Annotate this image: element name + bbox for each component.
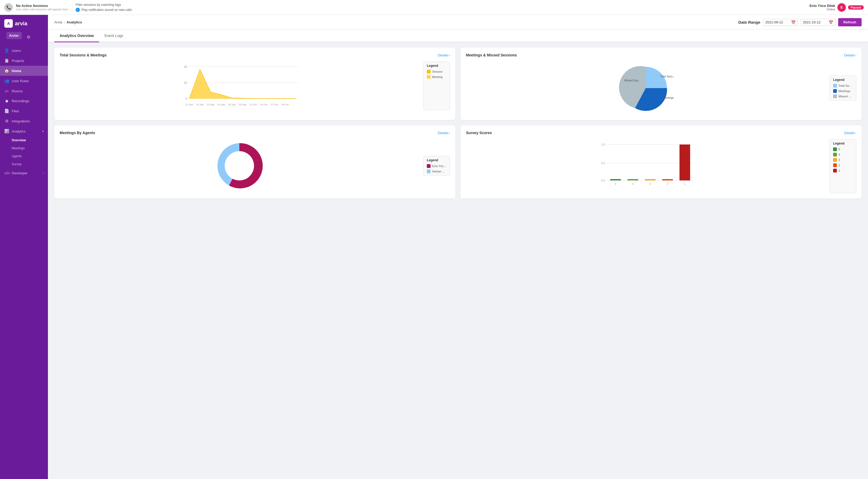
sessions-chart-header: Total Sessions & Meetings Details ›	[60, 53, 450, 57]
meeting-legend-label: Meeting	[432, 75, 442, 78]
workspace-selector[interactable]: Arvia ▾	[6, 32, 22, 39]
header-bar: Arvia › Analytics Date Range 📅 📅 Refresh	[48, 15, 868, 30]
total-color-swatch	[833, 84, 837, 88]
breadcrumb-root[interactable]: Arvia	[54, 20, 62, 24]
sidebar-item-projects[interactable]: 📋 Projects	[0, 56, 48, 66]
charts-row-2: Meetings By Agents Details ›	[54, 125, 862, 198]
missed-color-swatch	[833, 94, 837, 98]
top-bar-right: Enis Yüce Dilek Online E Paused	[809, 3, 864, 12]
sidebar-item-rooms-label: Rooms	[12, 89, 23, 93]
score3-color-swatch	[833, 158, 837, 162]
main-content: Arvia › Analytics Date Range 📅 📅 Refresh…	[48, 15, 868, 479]
sidebar: A arvia Arvia ▾ ⚙ 👤 Users 📋 Projects 🏠 H…	[0, 15, 48, 479]
session-color-swatch	[427, 70, 431, 73]
sidebar-item-recordings-label: Recordings	[12, 99, 29, 103]
agents-chart-area: Legend Enis Yüc... Serkan ...	[60, 139, 450, 192]
survey-chart-title: Survey Scores	[466, 131, 492, 135]
survey-legend-3: 3	[833, 158, 853, 162]
workspace-row: Arvia ▾ ⚙	[0, 32, 48, 45]
sessions-chart-card: Total Sessions & Meetings Details ›	[54, 47, 455, 120]
notification-item: ✓ Play notification sound on new calls	[75, 8, 132, 12]
svg-text:40: 40	[184, 65, 187, 68]
analytics-icon: 📊	[4, 129, 9, 134]
svg-text:0.0: 0.0	[601, 179, 605, 182]
settings-icon[interactable]: ⚙	[27, 35, 30, 40]
survey-legend-5: 5	[833, 148, 853, 151]
top-bar-left: 📞 No Active Sessions Live video call ses…	[4, 3, 132, 12]
svg-text:Meetings: Meetings	[663, 96, 674, 99]
tab-event-logs[interactable]: Event Logs	[99, 30, 128, 42]
survey-legend-2: 2	[833, 163, 853, 167]
svg-text:24 Sep: 24 Sep	[218, 103, 225, 106]
sidebar-logo: A arvia	[0, 15, 48, 32]
meeting-color-swatch	[427, 75, 431, 79]
tabs-bar: Analytics Overview Event Logs	[48, 30, 868, 42]
sidebar-item-developer[interactable]: </> Developer ›	[0, 168, 48, 178]
logo-text: arvia	[15, 21, 27, 27]
sidebar-item-user-roles[interactable]: 👥 User Roles	[0, 76, 48, 86]
workspace-name: Arvia	[9, 34, 18, 37]
developer-expand-icon: ›	[43, 172, 44, 174]
refresh-button[interactable]: Refresh	[838, 18, 862, 26]
svg-text:4: 4	[632, 183, 634, 186]
tab-analytics-overview[interactable]: Analytics Overview	[54, 30, 99, 42]
sidebar-item-users-label: Users	[12, 49, 21, 53]
score3-legend-label: 3	[838, 158, 840, 162]
survey-chart-area: 1.0 0.5 0.0	[466, 139, 856, 193]
sidebar-item-home[interactable]: 🏠 Home	[0, 66, 48, 76]
sessions-details-link[interactable]: Details ›	[438, 53, 450, 57]
sidebar-item-rooms[interactable]: ▭ Rooms	[0, 86, 48, 96]
calendar-from-icon[interactable]: 📅	[791, 20, 796, 25]
survey-legend-title: Legend	[833, 141, 853, 145]
date-to-input[interactable]	[803, 20, 827, 24]
svg-marker-7	[189, 76, 296, 99]
agents-chart-title: Meetings By Agents	[60, 131, 95, 135]
date-from-input[interactable]	[766, 20, 789, 24]
filter-tags-label: Filter sessions by matching tags	[75, 3, 121, 7]
integrations-icon: ⚙	[4, 119, 9, 124]
agents-legend-title: Legend	[427, 158, 446, 162]
sidebar-item-files[interactable]: 📄 Files	[0, 106, 48, 116]
score5-legend-label: 5	[838, 148, 840, 151]
recordings-icon: ⏺	[4, 99, 9, 103]
score2-color-swatch	[833, 163, 837, 167]
sidebar-item-recordings[interactable]: ⏺ Recordings	[0, 96, 48, 106]
survey-chart-header: Survey Scores Details ›	[466, 131, 856, 135]
sidebar-sub-meetings[interactable]: Meetings	[0, 144, 48, 152]
sessions-details-arrow-icon: ›	[449, 53, 450, 57]
sessions-legend-session: Session	[427, 70, 446, 73]
user-name: Enis Yüce Dilek	[809, 4, 835, 8]
sidebar-item-integrations-label: Integrations	[12, 119, 30, 123]
score5-color-swatch	[833, 148, 837, 151]
sidebar-item-integrations[interactable]: ⚙ Integrations	[0, 116, 48, 126]
enis-legend-label: Enis Yüc...	[432, 164, 446, 168]
user-avatar: E	[837, 3, 846, 12]
sidebar-item-analytics[interactable]: 📊 Analytics ▾	[0, 126, 48, 136]
svg-text:29 Sep: 29 Sep	[239, 103, 247, 106]
meetings-color-swatch	[833, 89, 837, 93]
sidebar-item-analytics-label: Analytics	[12, 129, 26, 133]
sidebar-sub-agents[interactable]: Agents	[0, 152, 48, 160]
missed-details-link[interactable]: Details ›	[844, 53, 856, 57]
svg-text:03 Oct: 03 Oct	[260, 103, 268, 106]
calendar-to-icon[interactable]: 📅	[829, 20, 833, 25]
sidebar-item-developer-label: Developer	[12, 171, 27, 175]
score4-color-swatch	[833, 153, 837, 157]
svg-text:07 Oct: 07 Oct	[271, 103, 278, 106]
sidebar-sub-survey[interactable]: Survey	[0, 160, 48, 168]
notification-check[interactable]: ✓	[75, 8, 80, 12]
sidebar-sub-overview[interactable]: Overview	[0, 136, 48, 144]
meetings-legend-label: Meetings	[838, 89, 850, 93]
paused-badge[interactable]: Paused	[848, 5, 864, 9]
survey-details-link[interactable]: Details ›	[844, 131, 856, 135]
phone-icon: 📞	[4, 3, 13, 12]
filter-section: Filter sessions by matching tags ✓ Play …	[75, 3, 132, 12]
sidebar-item-users[interactable]: 👤 Users	[0, 45, 48, 56]
agents-details-link[interactable]: Details ›	[438, 131, 450, 135]
notification-label: Play notification sound on new calls	[82, 8, 132, 12]
svg-text:20: 20	[184, 81, 187, 84]
charts-row-1: Total Sessions & Meetings Details ›	[54, 47, 862, 120]
missed-details-arrow-icon: ›	[855, 53, 856, 57]
layout: A arvia Arvia ▾ ⚙ 👤 Users 📋 Projects 🏠 H…	[0, 15, 868, 479]
home-icon: 🏠	[4, 68, 9, 73]
